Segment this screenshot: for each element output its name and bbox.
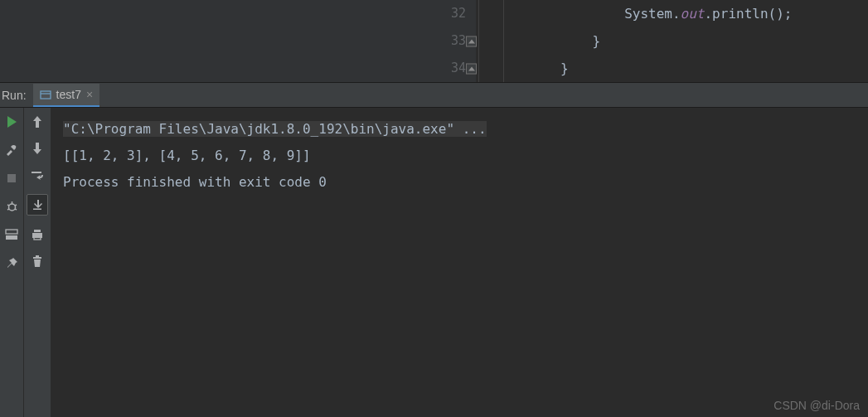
console-toolbar <box>24 108 51 417</box>
svg-rect-15 <box>36 255 39 257</box>
close-icon[interactable]: × <box>86 89 93 100</box>
svg-line-8 <box>15 209 17 210</box>
code-editor[interactable]: 32 33 34 System.out.println(); } } <box>434 0 868 82</box>
run-actions-toolbar <box>0 108 24 417</box>
svg-rect-10 <box>6 235 17 240</box>
tab-label: test7 <box>56 88 81 101</box>
svg-line-5 <box>7 205 9 206</box>
code-line[interactable]: } <box>497 27 868 55</box>
exit-line: Process finished with exit code 0 <box>63 169 856 196</box>
run-tab[interactable]: test7 × <box>33 84 100 107</box>
editor-left-panel <box>0 0 434 82</box>
code-line[interactable]: System.out.println(); <box>497 0 868 27</box>
pin-icon[interactable] <box>4 255 19 270</box>
print-icon[interactable] <box>30 227 45 242</box>
line-number: 34 <box>451 61 466 75</box>
code-line[interactable]: } <box>497 55 868 82</box>
debug-icon[interactable] <box>4 199 19 214</box>
line-number: 33 <box>451 33 466 48</box>
svg-rect-11 <box>34 230 41 232</box>
soft-wrap-icon[interactable] <box>30 167 45 182</box>
run-label: Run: <box>0 89 33 102</box>
code-content[interactable]: System.out.println(); } } <box>476 0 868 82</box>
console-output[interactable]: "C:\Program Files\Java\jdk1.8.0_192\bin\… <box>51 108 868 417</box>
down-arrow-icon[interactable] <box>30 141 45 156</box>
application-icon <box>40 89 51 100</box>
line-gutter: 32 33 34 <box>434 0 476 82</box>
stop-icon[interactable] <box>4 171 19 186</box>
svg-rect-2 <box>7 174 16 182</box>
svg-rect-0 <box>41 91 51 99</box>
command-line: "C:\Program Files\Java\jdk1.8.0_192\bin\… <box>63 121 487 137</box>
layout-icon[interactable] <box>4 227 19 242</box>
run-tool-window: Run: test7 × <box>0 82 868 417</box>
editor-area: 32 33 34 System.out.println(); } } <box>0 0 868 82</box>
rerun-icon[interactable] <box>4 114 19 129</box>
trash-icon[interactable] <box>30 254 45 269</box>
svg-rect-14 <box>33 257 41 259</box>
svg-rect-9 <box>6 230 17 234</box>
svg-line-7 <box>7 209 9 210</box>
line-number: 32 <box>451 6 466 21</box>
up-arrow-icon[interactable] <box>30 114 45 129</box>
output-line: [[1, 2, 3], [4, 5, 6, 7, 8, 9]] <box>63 143 856 169</box>
wrench-icon[interactable] <box>4 143 19 158</box>
svg-line-6 <box>15 205 17 206</box>
watermark: CSDN @di-Dora <box>773 399 860 412</box>
run-tab-bar: Run: test7 × <box>0 83 868 108</box>
svg-point-3 <box>8 204 15 211</box>
scroll-to-end-icon[interactable] <box>27 194 48 216</box>
run-body: "C:\Program Files\Java\jdk1.8.0_192\bin\… <box>0 108 868 417</box>
